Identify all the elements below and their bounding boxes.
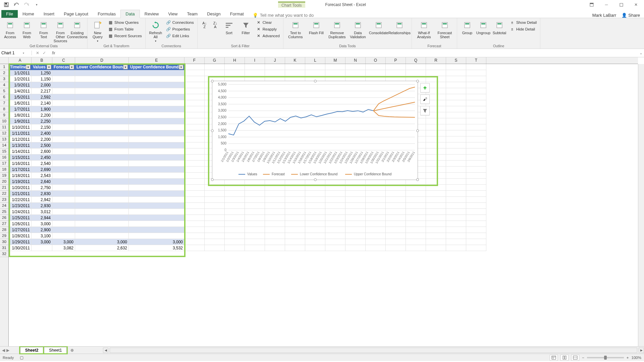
table-header[interactable]: Timeline▾ [9, 64, 32, 70]
row-header[interactable]: 22 [0, 191, 8, 197]
row-header[interactable]: 12 [0, 130, 8, 136]
cell[interactable] [129, 136, 184, 142]
cell[interactable]: 3,012 [32, 209, 52, 215]
legend-entry[interactable]: Forecast [272, 172, 285, 176]
cell[interactable]: 1/16/2011 [9, 161, 32, 167]
row-header[interactable]: 30 [0, 239, 8, 245]
cell[interactable] [129, 100, 184, 106]
cell[interactable] [52, 106, 75, 112]
cell[interactable]: 1/6/2011 [9, 100, 32, 106]
cell[interactable]: 1/17/2011 [9, 167, 32, 173]
cell[interactable]: 2,942 [32, 197, 52, 203]
ribbon-display-icon[interactable] [585, 1, 598, 9]
zoom-level[interactable]: 100% [632, 356, 641, 360]
cell[interactable]: 3,082 [52, 245, 75, 251]
redo-icon[interactable] [22, 1, 31, 8]
row-header[interactable]: 4 [0, 82, 8, 88]
cell[interactable]: 1/5/2011 [9, 94, 32, 100]
cell[interactable]: 2,500 [32, 142, 52, 148]
cell[interactable] [52, 179, 75, 185]
cell[interactable] [52, 136, 75, 142]
column-header[interactable]: F [184, 57, 205, 64]
cell[interactable] [52, 227, 75, 233]
column-header[interactable]: P [386, 57, 406, 64]
formula-input[interactable] [57, 51, 638, 55]
row-header[interactable]: 25 [0, 209, 8, 215]
cell[interactable]: 1/28/2011 [9, 233, 32, 239]
remove-duplicates-button[interactable]: Remove Duplicates [327, 19, 347, 39]
cell[interactable]: 2,400 [32, 130, 52, 136]
cell[interactable]: 1/27/2011 [9, 227, 32, 233]
cell[interactable] [75, 82, 129, 88]
row-header[interactable]: 20 [0, 179, 8, 185]
cell[interactable] [52, 191, 75, 197]
sort-za-button[interactable]: Z↓A [210, 19, 220, 30]
chart-series-line[interactable] [373, 111, 415, 117]
tab-view[interactable]: View [163, 10, 182, 18]
row-header[interactable]: 3 [0, 76, 8, 82]
cell[interactable] [75, 112, 129, 118]
cell[interactable]: 2,450 [32, 155, 52, 161]
cell[interactable] [52, 70, 75, 76]
cell[interactable]: 2,690 [32, 167, 52, 173]
horizontal-scrollbar[interactable] [110, 348, 637, 353]
cell[interactable]: 2,250 [32, 118, 52, 124]
row-header[interactable]: 1 [0, 64, 8, 70]
cell[interactable]: 2,592 [32, 94, 52, 100]
cell[interactable] [52, 76, 75, 82]
cell[interactable] [52, 118, 75, 124]
row-header[interactable]: 8 [0, 106, 8, 112]
cell[interactable]: 1/29/2011 [9, 239, 32, 245]
tab-review[interactable]: Review [140, 10, 164, 18]
column-header[interactable]: T [466, 57, 486, 64]
cell[interactable] [75, 209, 129, 215]
row-header[interactable]: 18 [0, 167, 8, 173]
column-header[interactable]: S [446, 57, 466, 64]
from-web-button[interactable]: From Web [19, 19, 35, 39]
cell[interactable] [75, 124, 129, 130]
cell[interactable]: 1/2/2011 [9, 76, 32, 82]
data-validation-button[interactable]: Data Validation [348, 19, 368, 39]
row-header[interactable]: 31 [0, 245, 8, 251]
column-header[interactable]: K [285, 57, 305, 64]
table-header[interactable]: Upper Confidence Bound▾ [129, 64, 184, 70]
column-header[interactable]: J [265, 57, 285, 64]
cell[interactable]: 3,000 [75, 239, 129, 245]
group-button[interactable]: Group [459, 19, 475, 35]
filter-button[interactable]: Filter [238, 19, 254, 35]
legend-entry[interactable]: Lower Confidence Bound [300, 172, 337, 176]
column-header[interactable]: N [345, 57, 366, 64]
row-header[interactable]: 24 [0, 203, 8, 209]
column-header[interactable]: D [75, 57, 129, 64]
cell[interactable] [32, 245, 52, 251]
row-header[interactable]: 23 [0, 197, 8, 203]
hscroll-right-icon[interactable]: ▶ [639, 348, 644, 353]
cell[interactable] [75, 142, 129, 148]
cell[interactable]: 1/21/2011 [9, 191, 32, 197]
cell[interactable]: 1/13/2011 [9, 142, 32, 148]
cell[interactable] [75, 191, 129, 197]
cell[interactable]: 1/12/2011 [9, 136, 32, 142]
sort-az-button[interactable]: A↓Z [200, 19, 210, 30]
cell[interactable]: 3,532 [129, 245, 184, 251]
tab-team[interactable]: Team [182, 10, 202, 18]
legend-entry[interactable]: Upper Confidence Bound [354, 172, 391, 176]
cell[interactable] [129, 94, 184, 100]
row-header[interactable]: 2 [0, 70, 8, 76]
cell[interactable] [129, 191, 184, 197]
column-header[interactable]: I [245, 57, 265, 64]
row-header[interactable]: 15 [0, 148, 8, 155]
row-header[interactable]: 21 [0, 185, 8, 191]
cell[interactable] [75, 155, 129, 161]
row-header[interactable]: 7 [0, 100, 8, 106]
fx-icon[interactable]: fx [50, 51, 57, 55]
cell[interactable] [52, 221, 75, 227]
tab-home[interactable]: Home [18, 10, 39, 18]
row-header[interactable]: 5 [0, 88, 8, 94]
maximize-icon[interactable] [614, 1, 628, 9]
edit-links-button[interactable]: 🔗Edit Links [164, 33, 195, 39]
chart-filter-button[interactable] [420, 106, 430, 115]
from-text-button[interactable]: From Text [36, 19, 52, 39]
cell[interactable] [52, 94, 75, 100]
column-header[interactable]: C [52, 57, 75, 64]
